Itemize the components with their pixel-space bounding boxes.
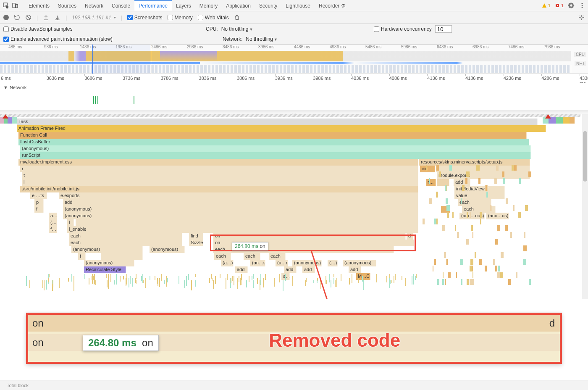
- flame-frame[interactable]: l: [22, 179, 418, 186]
- flame-frame[interactable]: Function Call: [18, 132, 527, 139]
- flame-frame[interactable]: Task: [17, 119, 538, 125]
- hw-concurrency-checkbox[interactable]: Hardware concurrency: [374, 26, 432, 32]
- flame-frame[interactable]: each: [214, 253, 231, 260]
- flame-frame[interactable]: e.…ts: [30, 192, 47, 199]
- flame-frame[interactable]: (anonymous): [84, 260, 134, 266]
- flame-frame[interactable]: f…: [49, 226, 57, 233]
- disable-js-samples-checkbox[interactable]: Disable JavaScript samples: [3, 26, 72, 32]
- flame-frame[interactable]: init: [420, 166, 435, 172]
- record-button[interactable]: [3, 15, 9, 20]
- flame-frame[interactable]: on: [213, 233, 406, 240]
- flame-frame[interactable]: add: [302, 266, 315, 273]
- flame-frame[interactable]: runScript: [20, 152, 531, 159]
- flame-frame[interactable]: add: [235, 266, 248, 273]
- download-icon[interactable]: [54, 14, 60, 21]
- flame-frame[interactable]: r: [20, 166, 418, 172]
- flame-frame[interactable]: l: [67, 219, 74, 226]
- flame-frame[interactable]: add: [284, 266, 297, 273]
- flame-frame[interactable]: each: [69, 233, 182, 240]
- flame-frame[interactable]: d: [407, 233, 413, 240]
- flame-frame[interactable]: add: [349, 266, 361, 273]
- flame-frame[interactable]: each: [269, 253, 286, 260]
- memory-checkbox[interactable]: Memory: [168, 15, 193, 21]
- flame-frame[interactable]: Animation Frame Fired: [17, 125, 546, 132]
- flame-frame[interactable]: (anonymous): [292, 260, 322, 266]
- device-toggle-icon[interactable]: [12, 2, 18, 9]
- tab-recorder[interactable]: Recorder ⚗: [315, 0, 350, 11]
- session-select[interactable]: 192.168.1.191 #1: [72, 15, 111, 21]
- hw-concurrency-input[interactable]: [435, 25, 452, 33]
- flame-frame[interactable]: (an…s): [250, 260, 265, 266]
- flame-frame[interactable]: each: [69, 240, 182, 246]
- errors-badge[interactable]: 1: [555, 3, 564, 8]
- network-lane[interactable]: ▼ Network: [0, 83, 588, 111]
- warnings-badge[interactable]: 1: [542, 3, 551, 8]
- tab-security[interactable]: Security: [255, 0, 281, 11]
- flame-chart[interactable]: 264.80 ms on TaskAnimation Frame FiredFu…: [0, 114, 588, 299]
- flame-frame[interactable]: Recalculate Style: [84, 266, 126, 273]
- paint-instrumentation-checkbox[interactable]: Enable advanced paint instrumentation (s…: [3, 36, 113, 42]
- tab-sources[interactable]: Sources: [54, 0, 81, 11]
- more-icon[interactable]: [579, 2, 585, 9]
- flame-frame[interactable]: value: [454, 192, 505, 199]
- flame-frame[interactable]: a…: [49, 213, 57, 219]
- flame-frame[interactable]: [101, 253, 143, 260]
- flame-frame[interactable]: (anonymous): [71, 246, 143, 253]
- flame-frame[interactable]: (anonymous): [20, 145, 531, 152]
- upload-icon[interactable]: [43, 14, 49, 21]
- detail-ruler[interactable]: 6 ms3636 ms3686 ms3736 ms3786 ms3836 ms3…: [0, 74, 588, 83]
- flame-frame[interactable]: (…): [328, 260, 338, 266]
- flame-frame[interactable]: t: [22, 172, 418, 179]
- reload-icon[interactable]: [14, 14, 20, 21]
- settings-icon[interactable]: [568, 2, 575, 9]
- cpu-throttle-select[interactable]: No throttling▼: [221, 26, 253, 32]
- tab-network[interactable]: Network: [81, 0, 108, 11]
- flame-frame[interactable]: ./src/mobile.init/mobile.init.js: [20, 186, 418, 192]
- capture-settings-icon[interactable]: [578, 14, 585, 21]
- screenshots-checkbox[interactable]: Screenshots: [127, 15, 163, 21]
- tab-elements[interactable]: Elements: [24, 0, 54, 11]
- trash-icon[interactable]: [234, 14, 240, 21]
- webvitals-checkbox[interactable]: Web Vitals: [198, 15, 229, 21]
- flame-frame[interactable]: t: [78, 253, 86, 260]
- overview-timeline[interactable]: 486 ms986 ms1486 ms1986 ms2486 ms2986 ms…: [0, 45, 588, 74]
- flame-frame[interactable]: (anonymous): [63, 206, 418, 213]
- flame-frame[interactable]: r…: [426, 179, 436, 186]
- inspect-icon[interactable]: [3, 2, 9, 9]
- flame-frame[interactable]: (anonymous): [150, 246, 185, 253]
- flame-frame[interactable]: (anonymous): [63, 213, 418, 219]
- tab-lighthouse[interactable]: Lighthouse: [281, 0, 315, 11]
- flame-frame[interactable]: l_enable: [67, 226, 418, 233]
- flame-frame[interactable]: find: [189, 233, 203, 240]
- flame-frame[interactable]: [76, 219, 418, 226]
- tab-performance[interactable]: Performance: [134, 0, 172, 11]
- tab-layers[interactable]: Layers: [172, 0, 195, 11]
- flame-frame[interactable]: (ano…us): [486, 213, 509, 219]
- flame-frame[interactable]: (a…n): [276, 260, 288, 266]
- flame-frame[interactable]: add: [63, 199, 418, 206]
- flame-frame[interactable]: (a…): [221, 260, 234, 266]
- flame-frame[interactable]: (…): [49, 219, 57, 226]
- flame-frame[interactable]: Sizzle: [189, 240, 203, 246]
- clear-icon[interactable]: [25, 14, 32, 21]
- tbt-tab[interactable]: Total block: [3, 381, 32, 390]
- flame-frame[interactable]: p: [34, 199, 44, 206]
- horizontal-splitter[interactable]: …: [0, 111, 588, 114]
- flame-frame[interactable]: [437, 179, 449, 186]
- flame-scrollbar[interactable]: [582, 114, 588, 299]
- dropdown-icon[interactable]: ▾: [114, 15, 116, 20]
- flame-frame[interactable]: mw.loader.implement.css: [18, 159, 418, 166]
- tab-application[interactable]: Application: [222, 0, 255, 11]
- tab-memory[interactable]: Memory: [195, 0, 222, 11]
- flame-frame[interactable]: e.exports: [59, 192, 418, 199]
- flame-frame[interactable]: each: [458, 199, 491, 206]
- flame-frame[interactable]: each: [244, 253, 260, 260]
- overview-selection[interactable]: [92, 45, 151, 74]
- network-throttle-select[interactable]: No throttling▼: [246, 36, 278, 42]
- flame-frame[interactable]: flushCssBuffer: [18, 139, 529, 145]
- flame-frame[interactable]: module.exports: [437, 172, 530, 179]
- network-lane-header[interactable]: ▼ Network: [0, 83, 588, 92]
- flame-frame[interactable]: (anonymous): [343, 260, 376, 266]
- flame-frame[interactable]: f: [34, 206, 44, 213]
- tab-console[interactable]: Console: [108, 0, 134, 11]
